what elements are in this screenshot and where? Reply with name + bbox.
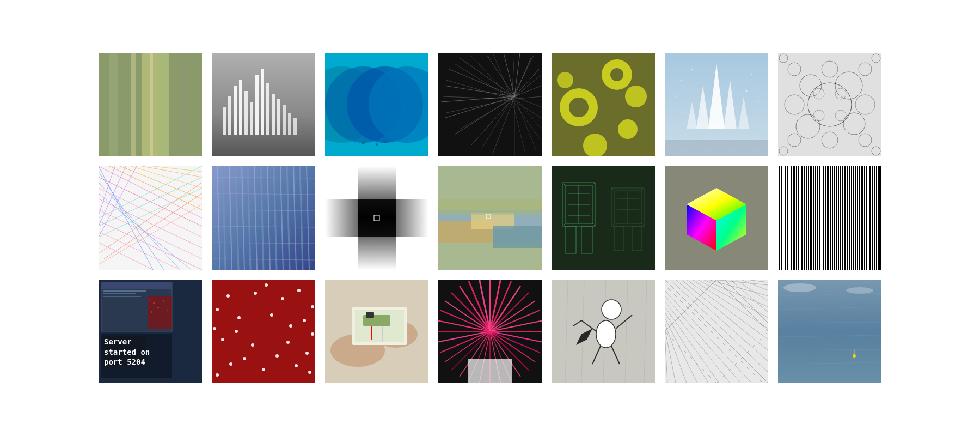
svg-rect-13	[234, 86, 237, 135]
svg-point-394	[783, 283, 816, 292]
svg-point-274	[281, 297, 284, 300]
svg-rect-246	[861, 166, 863, 270]
cell-red-dots[interactable]	[212, 280, 315, 383]
svg-point-272	[226, 294, 230, 298]
svg-rect-267	[151, 311, 152, 313]
svg-rect-1	[109, 53, 118, 156]
cell-radial-burst[interactable]	[438, 280, 542, 383]
svg-point-275	[297, 289, 301, 292]
cell-server-screenshot[interactable]: Server started on port 5204	[99, 280, 202, 383]
svg-point-292	[311, 332, 314, 336]
svg-rect-219	[804, 166, 805, 270]
svg-point-293	[213, 327, 216, 330]
svg-rect-254	[878, 166, 880, 270]
svg-rect-232	[832, 166, 833, 270]
cell-string-art[interactable]	[99, 166, 202, 270]
svg-rect-251	[872, 166, 873, 270]
svg-rect-227	[822, 166, 822, 270]
svg-point-279	[221, 338, 224, 341]
svg-point-290	[235, 330, 238, 333]
svg-rect-213	[791, 166, 792, 270]
svg-point-296	[216, 373, 219, 377]
cell-3d-bars[interactable]	[212, 53, 315, 156]
svg-rect-22	[283, 105, 286, 135]
svg-rect-212	[789, 166, 789, 270]
cell-fiber-burst[interactable]	[438, 53, 542, 156]
svg-point-288	[275, 354, 279, 358]
svg-rect-5	[158, 53, 169, 156]
cell-ocean-aerial[interactable]	[778, 280, 881, 383]
svg-rect-255	[880, 166, 881, 270]
cell-bubble-circles[interactable]	[778, 53, 881, 156]
svg-point-77	[610, 68, 623, 81]
svg-rect-210	[785, 166, 786, 270]
svg-point-93	[762, 85, 763, 86]
cell-rgb-cube[interactable]	[665, 166, 768, 270]
svg-point-78	[569, 98, 589, 117]
svg-rect-216	[798, 166, 799, 270]
svg-point-278	[303, 319, 306, 322]
cell-color-bands[interactable]	[99, 53, 202, 156]
cell-barcode[interactable]	[778, 166, 881, 270]
cell-aerial-photo[interactable]	[438, 166, 542, 270]
svg-rect-220	[806, 166, 807, 270]
cell-interference[interactable]	[212, 166, 315, 270]
svg-point-86	[681, 80, 682, 81]
svg-rect-249	[868, 166, 868, 270]
svg-point-90	[675, 96, 676, 97]
svg-rect-16	[250, 102, 253, 135]
svg-rect-247	[864, 166, 865, 270]
svg-rect-261	[103, 296, 141, 297]
svg-rect-229	[825, 166, 826, 270]
svg-rect-235	[838, 166, 839, 270]
svg-rect-208	[781, 166, 782, 270]
svg-rect-207	[779, 166, 780, 270]
svg-rect-21	[277, 99, 280, 135]
svg-rect-237	[842, 166, 843, 270]
svg-rect-266	[163, 300, 164, 302]
svg-rect-169	[358, 199, 396, 237]
svg-point-285	[311, 305, 314, 308]
svg-point-280	[251, 343, 254, 347]
svg-rect-176	[493, 226, 542, 248]
svg-rect-241	[851, 166, 852, 270]
svg-rect-211	[787, 166, 788, 270]
svg-point-294	[265, 283, 268, 287]
svg-rect-222	[810, 166, 812, 270]
svg-rect-214	[793, 166, 795, 270]
svg-rect-264	[153, 302, 155, 304]
svg-rect-226	[819, 166, 820, 270]
svg-point-87	[691, 69, 693, 70]
svg-rect-258	[101, 282, 172, 289]
svg-rect-236	[840, 166, 841, 270]
svg-point-295	[308, 371, 311, 374]
svg-rect-175	[438, 199, 542, 215]
svg-rect-240	[849, 166, 850, 270]
svg-rect-385	[778, 280, 881, 383]
cell-blue-circles[interactable]	[325, 53, 428, 156]
cell-gradient-cross[interactable]	[325, 166, 428, 270]
cell-network-drawing[interactable]	[665, 280, 768, 383]
svg-rect-245	[859, 166, 860, 270]
svg-rect-80	[665, 140, 768, 156]
svg-rect-238	[844, 166, 846, 270]
cell-electronics[interactable]	[325, 280, 428, 383]
cell-circles-olive[interactable]	[552, 53, 655, 156]
svg-point-392	[853, 354, 856, 358]
svg-point-276	[237, 316, 241, 319]
svg-rect-217	[800, 166, 800, 270]
svg-rect-265	[157, 307, 159, 308]
cell-crystal-spires[interactable]	[665, 53, 768, 156]
svg-rect-23	[288, 113, 291, 135]
svg-rect-215	[796, 166, 797, 270]
svg-rect-12	[228, 96, 231, 135]
svg-rect-17	[255, 75, 259, 135]
cell-figure-drawing[interactable]	[552, 280, 655, 383]
server-text: Server started on port 5204	[104, 337, 150, 367]
svg-point-291	[289, 324, 292, 328]
svg-rect-248	[866, 166, 867, 270]
svg-rect-250	[869, 166, 871, 270]
svg-rect-18	[261, 69, 264, 135]
cell-wireframe-figures[interactable]	[552, 166, 655, 270]
svg-rect-6	[180, 53, 186, 156]
